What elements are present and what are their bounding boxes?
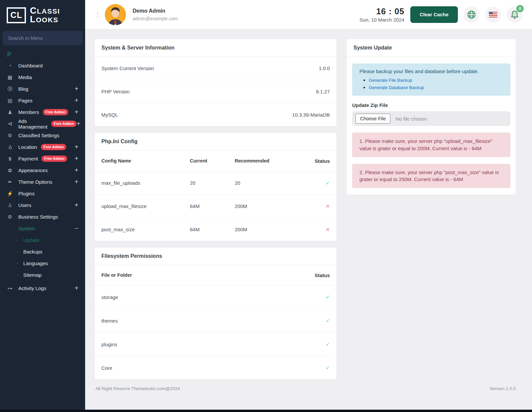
- expand-plus-icon[interactable]: +: [74, 201, 78, 209]
- sidebar-subitem-label: Backups: [23, 249, 43, 255]
- sidebar-item-label: Payment: [18, 156, 38, 161]
- sidebar-item-label: Ads Management: [18, 118, 48, 130]
- sidebar-item-media[interactable]: Media: [0, 71, 85, 83]
- sidebar-item-theme-options[interactable]: Theme Options +: [0, 176, 85, 188]
- user-name: Demo Admin: [133, 8, 178, 14]
- copyright-text: All Right Reserve Themelooks.com@2024: [95, 386, 180, 391]
- update-zip-file-label: Update Zip File: [352, 102, 510, 108]
- clear-cache-button[interactable]: Clear Cache: [410, 6, 458, 23]
- footer: All Right Reserve Themelooks.com@2024 Ve…: [95, 386, 516, 391]
- version-text: Version 1.0.0: [489, 386, 516, 391]
- dash-icon: -: [17, 237, 18, 243]
- app-logo[interactable]: CL Classi Looks: [0, 0, 85, 29]
- fs-name: storage: [101, 294, 326, 300]
- php-ini-config-card: Php.Ini Config Config Name Current Recom…: [95, 133, 336, 241]
- sidebar-item-pages[interactable]: Pages +: [0, 95, 85, 106]
- search-input[interactable]: [3, 31, 82, 45]
- sidebar-item-system[interactable]: System −: [0, 223, 85, 234]
- fs-name: themes: [101, 318, 326, 324]
- users-icon: [7, 202, 13, 208]
- sidebar-item-label: Pages: [18, 98, 33, 103]
- sidebar-item-payment[interactable]: Payment Free Addon +: [0, 153, 85, 164]
- info-label: PHP Version: [101, 89, 130, 94]
- expand-plus-icon[interactable]: +: [74, 284, 78, 292]
- sidebar-item-business-settings[interactable]: Business Settings: [0, 211, 85, 223]
- collapse-minus-icon[interactable]: −: [74, 225, 78, 232]
- sidebar-item-activity-logs[interactable]: Activity Logs +: [0, 282, 85, 294]
- sidebar-item-plugins[interactable]: Plugins: [0, 188, 85, 199]
- language-globe-button[interactable]: [464, 7, 479, 23]
- avatar[interactable]: [105, 4, 126, 25]
- col-status: Status: [315, 272, 330, 278]
- table-row: Core ✓: [95, 356, 336, 379]
- config-current: 64M: [190, 227, 235, 232]
- kebab-menu-icon[interactable]: ⋮: [94, 11, 101, 18]
- sidebar-item-dashboard[interactable]: Dashboard: [0, 60, 85, 71]
- logo-line2: Looks: [30, 15, 60, 24]
- update-zip-file-input[interactable]: Choose File No file chosen: [352, 111, 510, 126]
- sidebar-item-classified-settings[interactable]: Classified Settings: [0, 130, 85, 141]
- status-check-icon: ✓: [326, 180, 330, 186]
- us-flag-icon: [489, 12, 497, 18]
- dash-icon: -: [17, 272, 18, 278]
- fs-name: plugins: [101, 342, 326, 347]
- free-addon-badge: Free Addon: [51, 121, 77, 127]
- expand-plus-icon[interactable]: +: [74, 155, 78, 162]
- location-icon: [7, 144, 13, 150]
- sidebar-subitem-sitemap[interactable]: - Sitemap: [0, 269, 85, 281]
- expand-plus-icon[interactable]: +: [74, 108, 78, 116]
- sidebar-menu: Dashboard Media Blog + Pages + Members F…: [0, 60, 85, 297]
- notifications-button[interactable]: 0: [507, 7, 523, 23]
- appearances-icon: [7, 167, 13, 173]
- info-value: 10.3.39-MariaDB: [292, 112, 330, 118]
- table-header: File or Folder Status: [95, 265, 336, 285]
- clock: 16 : 05 Sun, 10 March 2024: [359, 7, 404, 23]
- sidebar-item-users[interactable]: Users +: [0, 199, 85, 211]
- expand-plus-icon[interactable]: +: [74, 97, 78, 104]
- sidebar-subitem-backups[interactable]: - Backups: [0, 246, 85, 258]
- expand-plus-icon[interactable]: +: [74, 178, 78, 186]
- user-block: Demo Admin admin@example.com: [133, 8, 178, 21]
- sidebar-item-ads-management[interactable]: Ads Management Free Addon +: [0, 118, 85, 130]
- logo-text: Classi Looks: [30, 7, 60, 24]
- expand-plus-icon[interactable]: +: [74, 143, 78, 151]
- config-recommended: 200M: [235, 227, 326, 232]
- generate-database-backup-link[interactable]: Generate Database Backup: [369, 85, 424, 90]
- payment-icon: [7, 156, 13, 161]
- table-row: post_max_size 64M 200M ✕: [95, 218, 336, 241]
- system-server-info-card: System & Server Information System Curre…: [95, 39, 336, 126]
- config-recommended: 200M: [235, 203, 326, 209]
- sidebar-item-label: System: [18, 226, 35, 231]
- sidebar-item-blog[interactable]: Blog +: [0, 83, 85, 95]
- sidebar-subitem-languages[interactable]: - Languages: [0, 258, 85, 269]
- expand-plus-icon[interactable]: +: [74, 166, 78, 174]
- globe-icon: [467, 10, 476, 19]
- dash-icon: -: [17, 249, 18, 255]
- table-row: plugins ✓: [95, 333, 336, 356]
- sidebar-item-members[interactable]: Members Free Addon +: [0, 106, 85, 118]
- info-value: 8.1.27: [316, 89, 330, 94]
- expand-plus-icon[interactable]: +: [76, 120, 80, 128]
- main-content: System & Server Information System Curre…: [85, 29, 532, 409]
- locale-flag-button[interactable]: [485, 7, 501, 23]
- config-current: 20: [190, 180, 235, 186]
- col-file-or-folder: File or Folder: [101, 272, 315, 278]
- sidebar-item-label: Members: [18, 109, 39, 115]
- info-row: MySQL 10.3.39-MariaDB: [95, 103, 336, 126]
- config-name: upload_max_filesize: [101, 203, 190, 209]
- sidebar-item-appearances[interactable]: Appearances +: [0, 164, 85, 176]
- dashboard-icon: [7, 63, 13, 68]
- status-check-icon: ✓: [326, 365, 330, 371]
- info-row: PHP Version 8.1.27: [95, 80, 336, 103]
- pushpin-icon[interactable]: ⚲: [5, 50, 13, 58]
- theme-options-icon: [7, 179, 13, 185]
- sidebar-item-label: Activity Logs: [18, 285, 46, 291]
- sidebar-item-label: Business Settings: [18, 214, 58, 220]
- sidebar-item-location[interactable]: Location Free Addon +: [0, 141, 85, 153]
- dash-icon: -: [17, 260, 18, 266]
- generate-file-backup-link[interactable]: Generate File Backup: [369, 78, 412, 83]
- expand-plus-icon[interactable]: +: [74, 85, 78, 93]
- choose-file-button[interactable]: Choose File: [355, 114, 390, 124]
- warning-post-max-size: 2. Please make sure, your server php "po…: [352, 164, 510, 188]
- sidebar-subitem-update[interactable]: - Update: [0, 234, 85, 246]
